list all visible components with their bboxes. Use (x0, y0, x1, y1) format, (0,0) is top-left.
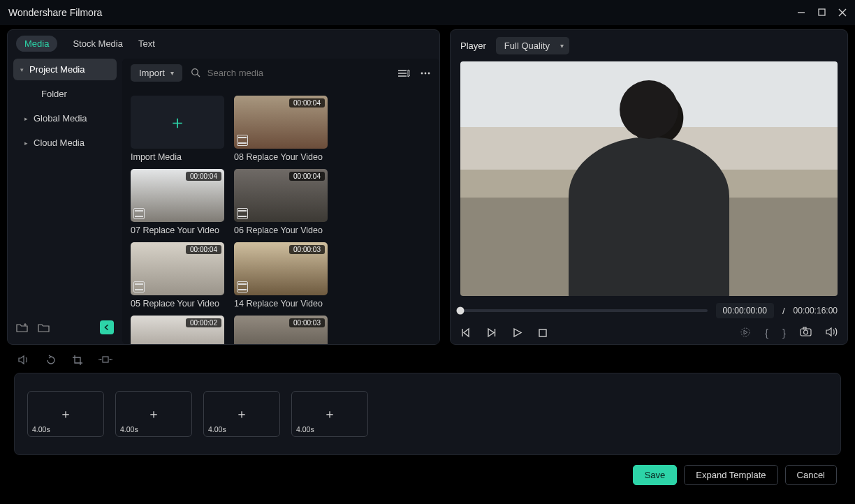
svg-line-7 (197, 74, 200, 77)
clip-name: 08 Replace Your Video (234, 152, 328, 162)
volume-icon[interactable] (826, 327, 838, 339)
crop-icon[interactable] (72, 355, 83, 366)
expand-template-button[interactable]: Expand Template (684, 465, 777, 485)
svg-point-6 (192, 69, 198, 75)
timeline-slot[interactable]: ＋ 4.00s (203, 391, 280, 437)
timeline-slot[interactable]: ＋ 4.00s (27, 391, 104, 437)
media-item[interactable]: 00:00:04 07 Replace Your Video (131, 169, 224, 235)
sidebar-item-project-media[interactable]: ▾ Project Media (13, 59, 117, 80)
sidebar-item-label: Folder (41, 89, 67, 99)
video-icon (237, 281, 248, 292)
close-button[interactable] (838, 8, 847, 17)
tab-stock-media[interactable]: Stock Media (73, 38, 123, 49)
time-separator: / (782, 306, 785, 316)
rotate-icon[interactable] (45, 355, 57, 366)
clip-duration: 00:00:03 (289, 318, 325, 327)
player-panel: Player Full Quality ▾ 00:00:00:00 / 00:0… (450, 29, 848, 345)
slot-duration: 4.00s (296, 425, 314, 433)
stop-button[interactable] (538, 328, 548, 338)
save-button[interactable]: Save (633, 465, 678, 485)
timeline-slot[interactable]: ＋ 4.00s (115, 391, 192, 437)
sidebar-item-label: Project Media (29, 64, 85, 75)
svg-rect-20 (103, 357, 108, 362)
clip-duration: 00:00:04 (186, 172, 221, 181)
clip-name: 05 Replace Your Video (131, 299, 224, 309)
media-panel: Media Stock Media Text ▾ Project Media F… (7, 29, 440, 345)
mark-out-icon[interactable]: } (782, 327, 786, 339)
chevron-down-icon: ▾ (20, 66, 24, 73)
svg-point-16 (741, 328, 750, 336)
minimize-button[interactable] (797, 8, 805, 17)
play-button[interactable] (512, 327, 522, 338)
media-item[interactable]: 00:00:02 (131, 316, 224, 344)
cancel-button[interactable]: Cancel (785, 465, 837, 485)
filter-icon[interactable] (397, 68, 410, 78)
clip-duration: 00:00:04 (186, 245, 221, 254)
mark-in-icon[interactable]: { (765, 327, 768, 339)
bottom-bar: Save Expand Template Cancel (7, 455, 848, 485)
svg-rect-19 (803, 327, 806, 329)
clip-name: 07 Replace Your Video (131, 225, 224, 235)
timeline-tools (7, 345, 848, 373)
search-icon (191, 68, 200, 77)
import-label: Import (139, 68, 165, 78)
media-tabs: Media Stock Media Text (8, 30, 439, 59)
media-item[interactable]: 00:00:04 08 Replace Your Video (234, 96, 328, 162)
time-current: 00:00:00:00 (716, 303, 774, 318)
template-timeline: ＋ 4.00s ＋ 4.00s ＋ 4.00s ＋ 4.00s (14, 373, 841, 455)
folder-icon[interactable] (38, 323, 50, 332)
playhead-knob[interactable] (457, 307, 465, 315)
quality-dropdown[interactable]: Full Quality ▾ (496, 37, 569, 54)
window-controls (797, 8, 847, 17)
sidebar-item-label: Cloud Media (34, 138, 85, 148)
tab-text[interactable]: Text (138, 38, 155, 49)
clip-duration: 00:00:03 (289, 245, 325, 254)
video-icon (237, 135, 248, 146)
sidebar-item-cloud-media[interactable]: ▸ Cloud Media (13, 132, 117, 154)
import-media-tile[interactable]: ＋ Import Media (131, 96, 224, 162)
player-label: Player (460, 40, 486, 51)
chevron-down-icon: ▾ (170, 69, 174, 77)
clip-duration: 00:00:04 (289, 98, 325, 108)
video-icon (133, 281, 145, 292)
import-button[interactable]: Import ▾ (131, 64, 182, 82)
new-folder-icon[interactable] (16, 323, 28, 332)
svg-point-12 (425, 72, 427, 74)
media-item[interactable]: 00:00:03 14 Replace Your Video (234, 242, 328, 309)
plus-icon: ＋ (168, 110, 187, 135)
media-item[interactable]: 00:00:04 05 Replace Your Video (131, 242, 224, 309)
fit-icon[interactable] (98, 355, 112, 366)
clip-name: 06 Replace Your Video (234, 225, 328, 235)
maximize-button[interactable] (818, 8, 826, 17)
svg-point-21 (101, 359, 102, 360)
snapshot-icon[interactable] (800, 327, 812, 339)
clip-duration: 00:00:02 (186, 318, 221, 327)
render-settings-icon[interactable] (740, 327, 751, 339)
playhead-track[interactable] (460, 309, 708, 312)
plus-icon: ＋ (147, 406, 160, 422)
svg-rect-15 (539, 329, 546, 336)
more-icon[interactable] (420, 68, 431, 78)
time-total: 00:00:16:00 (794, 306, 838, 316)
slot-duration: 4.00s (120, 425, 138, 433)
step-forward-button[interactable] (486, 327, 497, 338)
media-item[interactable]: 00:00:04 06 Replace Your Video (234, 169, 328, 235)
clip-name: 14 Replace Your Video (234, 299, 328, 309)
media-item[interactable]: 00:00:03 (234, 316, 328, 344)
timeline-slot[interactable]: ＋ 4.00s (291, 391, 368, 437)
search-input[interactable] (189, 64, 390, 82)
svg-point-22 (110, 359, 111, 360)
clip-duration: 00:00:04 (289, 172, 325, 181)
svg-point-18 (804, 330, 808, 334)
audio-icon[interactable] (18, 355, 30, 366)
prev-frame-button[interactable] (460, 327, 471, 338)
tab-media[interactable]: Media (16, 36, 57, 52)
video-icon (237, 208, 248, 219)
collapse-sidebar-button[interactable] (100, 320, 114, 334)
chevron-down-icon: ▾ (560, 42, 564, 50)
preview-viewport[interactable] (460, 61, 838, 296)
sidebar-item-folder[interactable]: Folder (13, 83, 117, 105)
sidebar-item-global-media[interactable]: ▸ Global Media (13, 108, 117, 129)
sidebar-item-label: Global Media (34, 113, 87, 124)
svg-point-11 (421, 72, 423, 74)
